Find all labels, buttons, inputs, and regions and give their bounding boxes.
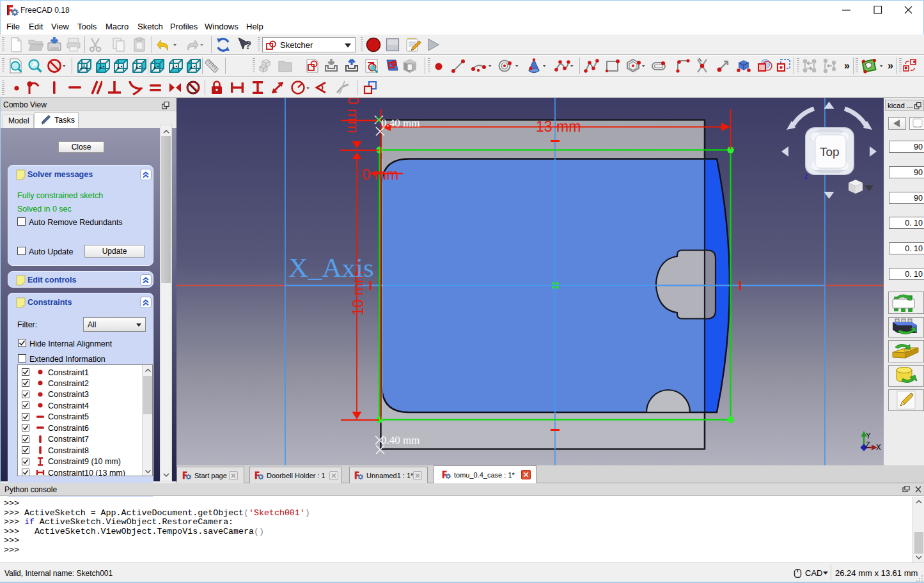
svg-text:0.40 mm: 0.40 mm	[345, 98, 361, 133]
svg-text:X_Axis: X_Axis	[288, 253, 374, 283]
svg-text:?: ?	[244, 38, 252, 52]
svg-text:0 mm: 0 mm	[362, 166, 399, 183]
svg-text:Y: Y	[866, 431, 871, 441]
svg-text:Top: Top	[820, 145, 840, 159]
svg-text:13 mm: 13 mm	[536, 118, 581, 135]
svg-text:z: z	[804, 171, 808, 181]
svg-text:Z: Z	[865, 440, 870, 450]
svg-text:0.40 mm: 0.40 mm	[381, 117, 419, 129]
svg-text:0.40 mm: 0.40 mm	[381, 434, 419, 446]
svg-text:X: X	[876, 443, 881, 453]
